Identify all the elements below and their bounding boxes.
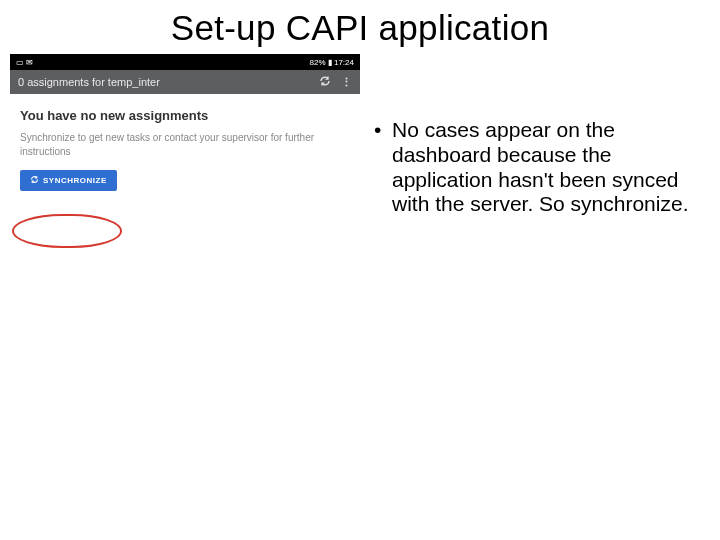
no-assignments-heading: You have no new assignments — [20, 108, 350, 123]
more-icon[interactable]: ⋮ — [341, 76, 352, 89]
phone-body: You have no new assignments Synchronize … — [10, 94, 360, 201]
slide: Set-up CAPI application ▭ ✉ 82% ▮ 17:24 … — [0, 0, 720, 540]
bullet-item: No cases appear on the dashboard because… — [372, 118, 700, 217]
phone-appbar: 0 assignments for temp_inter ⋮ — [10, 70, 360, 94]
highlight-circle — [12, 214, 122, 248]
statusbar-left-icons: ▭ ✉ — [16, 58, 33, 67]
slide-title: Set-up CAPI application — [0, 8, 720, 48]
statusbar-right-text: 82% ▮ 17:24 — [310, 58, 354, 67]
bullet-text-area: No cases appear on the dashboard because… — [372, 118, 700, 217]
sync-button-label: SYNCHRONIZE — [43, 176, 107, 185]
sync-icon[interactable] — [319, 75, 331, 89]
synchronize-button[interactable]: SYNCHRONIZE — [20, 170, 117, 191]
phone-screenshot: ▭ ✉ 82% ▮ 17:24 0 assignments for temp_i… — [10, 54, 360, 524]
phone-statusbar: ▭ ✉ 82% ▮ 17:24 — [10, 54, 360, 70]
sync-button-icon — [30, 175, 39, 186]
appbar-title: 0 assignments for temp_inter — [18, 76, 160, 88]
no-assignments-subtext: Synchronize to get new tasks or contact … — [20, 131, 350, 158]
